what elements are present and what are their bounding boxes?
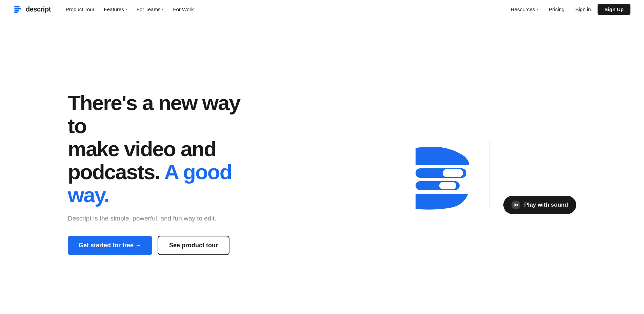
navbar: descript Product Tour Features ▾ For Tea… <box>0 0 644 19</box>
logo-text: descript <box>26 5 51 13</box>
svg-rect-0 <box>14 6 20 7</box>
nav-left-items: Product Tour Features ▾ For Teams ▾ For … <box>62 4 507 14</box>
hero-buttons: Get started for free → See product tour <box>68 236 254 255</box>
play-sound-button[interactable]: Play with sound <box>503 196 576 214</box>
hero-headline: There's a new way tomake video andpodcas… <box>68 91 254 207</box>
logo-link[interactable]: descript <box>14 5 51 14</box>
svg-rect-2 <box>14 10 19 12</box>
descript-d-icon <box>409 136 483 211</box>
nav-for-work[interactable]: For Work <box>169 4 198 14</box>
see-product-tour-button[interactable]: See product tour <box>158 236 229 255</box>
hero-subtext: Descript is the simple, powerful, and fu… <box>68 215 254 222</box>
svg-marker-8 <box>515 203 517 207</box>
nav-resources[interactable]: Resources ▾ <box>507 4 542 14</box>
sound-icon <box>511 201 520 209</box>
get-started-button[interactable]: Get started for free → <box>68 236 152 255</box>
features-chevron-icon: ▾ <box>125 7 127 11</box>
play-sound-label: Play with sound <box>524 202 568 208</box>
hero-logo-visual <box>409 136 489 211</box>
logo-icon <box>14 5 23 14</box>
svg-rect-3 <box>14 12 18 13</box>
nav-right-items: Resources ▾ Pricing Sign in Sign Up <box>507 4 630 15</box>
hero-right: Play with sound <box>254 65 644 268</box>
svg-rect-1 <box>14 8 21 9</box>
main-content: There's a new way tomake video andpodcas… <box>0 0 644 314</box>
nav-for-teams[interactable]: For Teams ▾ <box>133 4 168 14</box>
hero-left: There's a new way tomake video andpodcas… <box>0 78 254 255</box>
svg-rect-7 <box>439 182 456 189</box>
nav-signup-button[interactable]: Sign Up <box>598 4 630 15</box>
resources-chevron-icon: ▾ <box>537 7 538 11</box>
nav-pricing[interactable]: Pricing <box>545 4 569 14</box>
vertical-divider <box>489 140 489 207</box>
nav-product-tour[interactable]: Product Tour <box>62 4 99 14</box>
nav-signin[interactable]: Sign in <box>571 4 595 14</box>
nav-features[interactable]: Features ▾ <box>100 4 131 14</box>
for-teams-chevron-icon: ▾ <box>162 7 163 11</box>
hero-headline-blue: A good way. <box>68 160 232 207</box>
svg-rect-5 <box>443 169 463 177</box>
